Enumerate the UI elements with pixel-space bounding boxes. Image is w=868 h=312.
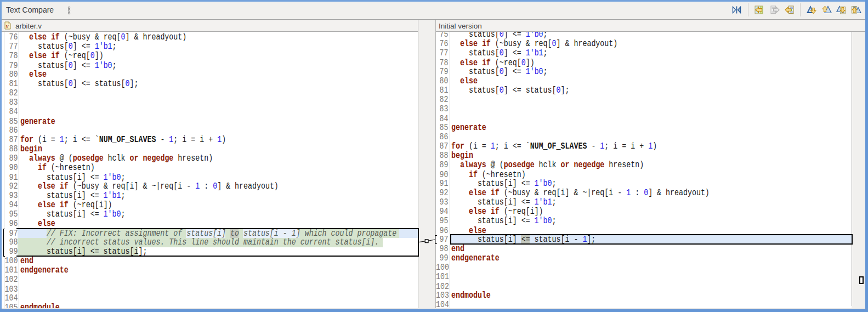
svg-text:v: v — [6, 23, 9, 29]
